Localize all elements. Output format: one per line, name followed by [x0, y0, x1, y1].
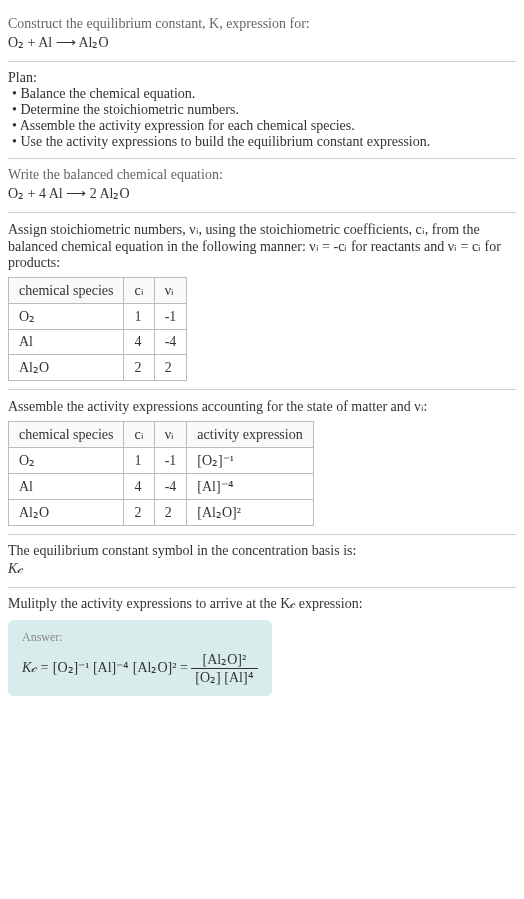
cell-ci: 2 — [124, 500, 154, 526]
stoich-intro: Assign stoichiometric numbers, νᵢ, using… — [8, 221, 516, 271]
answer-box: Answer: K𝒸 = [O₂]⁻¹ [Al]⁻⁴ [Al₂O]² = [Al… — [8, 620, 272, 696]
plan-title: Plan: — [8, 70, 516, 86]
stoich-section: Assign stoichiometric numbers, νᵢ, using… — [8, 213, 516, 390]
balanced-equation: O₂ + 4 Al ⟶ 2 Al₂O — [8, 185, 516, 202]
plan-item: • Use the activity expressions to build … — [12, 134, 516, 150]
cell-vi: 2 — [154, 355, 187, 381]
col-vi: νᵢ — [154, 422, 187, 448]
cell-ci: 4 — [124, 330, 154, 355]
cell-ci: 1 — [124, 304, 154, 330]
header-prompt: Construct the equilibrium constant, K, e… — [8, 16, 516, 32]
col-vi: νᵢ — [154, 278, 187, 304]
activity-section: Assemble the activity expressions accoun… — [8, 390, 516, 535]
cell-species: Al₂O — [9, 355, 124, 381]
cell-species: O₂ — [9, 304, 124, 330]
stoich-table: chemical species cᵢ νᵢ O₂ 1 -1 Al 4 -4 A… — [8, 277, 187, 381]
cell-expr: [Al]⁻⁴ — [187, 474, 313, 500]
symbol-section: The equilibrium constant symbol in the c… — [8, 535, 516, 588]
fraction-denominator: [O₂] [Al]⁴ — [191, 669, 257, 686]
header-section: Construct the equilibrium constant, K, e… — [8, 8, 516, 62]
balanced-section: Write the balanced chemical equation: O₂… — [8, 159, 516, 213]
fraction-numerator: [Al₂O]² — [191, 651, 257, 669]
table-row: O₂ 1 -1 — [9, 304, 187, 330]
table-row: Al₂O 2 2 [Al₂O]² — [9, 500, 314, 526]
col-species: chemical species — [9, 422, 124, 448]
answer-terms: [O₂]⁻¹ [Al]⁻⁴ [Al₂O]² = — [53, 660, 191, 675]
balanced-prompt: Write the balanced chemical equation: — [8, 167, 516, 183]
cell-vi: -1 — [154, 304, 187, 330]
col-species: chemical species — [9, 278, 124, 304]
cell-ci: 2 — [124, 355, 154, 381]
multiply-section: Mulitply the activity expressions to arr… — [8, 588, 516, 704]
table-row: O₂ 1 -1 [O₂]⁻¹ — [9, 448, 314, 474]
cell-expr: [Al₂O]² — [187, 500, 313, 526]
cell-vi: 2 — [154, 500, 187, 526]
table-row: Al 4 -4 [Al]⁻⁴ — [9, 474, 314, 500]
cell-ci: 1 — [124, 448, 154, 474]
cell-vi: -4 — [154, 474, 187, 500]
answer-label: Answer: — [22, 630, 258, 645]
plan-item: • Balance the chemical equation. — [12, 86, 516, 102]
cell-species: Al — [9, 330, 124, 355]
cell-species: O₂ — [9, 448, 124, 474]
cell-vi: -4 — [154, 330, 187, 355]
table-header-row: chemical species cᵢ νᵢ activity expressi… — [9, 422, 314, 448]
multiply-text: Mulitply the activity expressions to arr… — [8, 596, 516, 612]
col-ci: cᵢ — [124, 422, 154, 448]
cell-species: Al — [9, 474, 124, 500]
plan-item: • Assemble the activity expression for e… — [12, 118, 516, 134]
cell-species: Al₂O — [9, 500, 124, 526]
answer-fraction: [Al₂O]² [O₂] [Al]⁴ — [191, 651, 257, 686]
header-equation: O₂ + Al ⟶ Al₂O — [8, 34, 516, 51]
answer-kc: K𝒸 = — [22, 660, 53, 675]
symbol-line1: The equilibrium constant symbol in the c… — [8, 543, 516, 559]
activity-table: chemical species cᵢ νᵢ activity expressi… — [8, 421, 314, 526]
col-ci: cᵢ — [124, 278, 154, 304]
symbol-kc: K𝒸 — [8, 561, 516, 577]
activity-intro: Assemble the activity expressions accoun… — [8, 398, 516, 415]
table-row: Al 4 -4 — [9, 330, 187, 355]
cell-expr: [O₂]⁻¹ — [187, 448, 313, 474]
cell-ci: 4 — [124, 474, 154, 500]
col-expr: activity expression — [187, 422, 313, 448]
plan-section: Plan: • Balance the chemical equation. •… — [8, 62, 516, 159]
answer-expression: K𝒸 = [O₂]⁻¹ [Al]⁻⁴ [Al₂O]² = [Al₂O]² [O₂… — [22, 660, 258, 675]
table-row: Al₂O 2 2 — [9, 355, 187, 381]
plan-item: • Determine the stoichiometric numbers. — [12, 102, 516, 118]
cell-vi: -1 — [154, 448, 187, 474]
table-header-row: chemical species cᵢ νᵢ — [9, 278, 187, 304]
